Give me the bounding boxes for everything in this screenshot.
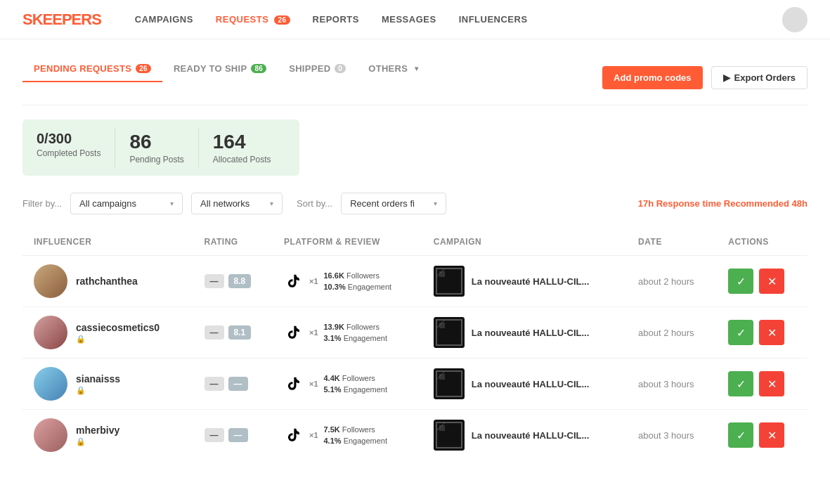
filter-bar: Filter by... All campaigns ▾ All network… <box>22 193 808 214</box>
main-content: PENDING REQUESTS 26 READY TO SHIP 86 SHI… <box>0 39 830 477</box>
tab-others[interactable]: OTHERS ▾ <box>357 56 429 82</box>
influencer-badge: 🔒 <box>76 437 119 446</box>
actions-cell: ✓ ✕ <box>728 371 796 396</box>
add-promo-codes-button[interactable]: Add promo codes <box>602 66 703 89</box>
platform-stats: 16.6K Followers 10.3% Engagement <box>324 270 392 293</box>
approve-button[interactable]: ✓ <box>728 320 753 345</box>
svg-rect-8 <box>434 368 465 399</box>
approve-button[interactable]: ✓ <box>728 269 753 294</box>
reject-button[interactable]: ✕ <box>759 269 784 294</box>
ready-to-ship-badge: 86 <box>251 64 266 73</box>
tiktok-icon <box>284 425 304 445</box>
response-time-info: 17h Response time Recommended 48h <box>638 198 808 209</box>
table-row: mherbivy 🔒 — — ×1 7.5K Followers 4.1% En… <box>22 410 808 461</box>
campaign-thumbnail <box>434 420 465 451</box>
svg-rect-0 <box>434 266 465 297</box>
svg-rect-10 <box>439 374 445 380</box>
table-row: sianaisss 🔒 — — ×1 4.4K Followers 5.1% E… <box>22 358 808 410</box>
influencer-cell: sianaisss 🔒 <box>34 367 182 401</box>
svg-rect-6 <box>439 323 445 328</box>
campaign-filter[interactable]: All campaigns ▾ <box>70 193 183 214</box>
platform-cell: ×1 4.4K Followers 5.1% Engagement <box>284 373 411 396</box>
rating-cell: — 8.1 <box>205 325 261 340</box>
rating-pill-2: — <box>228 428 248 442</box>
platform-cell: ×1 7.5K Followers 4.1% Engagement <box>284 424 411 447</box>
logo-s: S <box>22 11 32 28</box>
reject-button[interactable]: ✕ <box>759 422 784 448</box>
date-text: about 3 hours <box>638 430 694 441</box>
campaign-thumbnail <box>434 266 465 297</box>
tab-actions: Add promo codes ▶ Export Orders <box>602 66 808 89</box>
rating-pill-2: 8.8 <box>228 274 252 288</box>
shipped-badge: 0 <box>335 64 346 73</box>
nav-influencers[interactable]: INFLUENCERS <box>459 14 528 25</box>
campaign-cell: La nouveauté HALLU-CIL... <box>434 266 616 297</box>
quantity-badge: ×1 <box>309 277 318 285</box>
stat-pending: 86 Pending Posts <box>115 128 197 167</box>
tab-shipped[interactable]: SHIPPED 0 <box>278 56 357 82</box>
allocated-value: 164 <box>213 131 271 153</box>
network-filter-arrow: ▾ <box>270 200 273 207</box>
influencer-cell: cassiecosmetics0 🔒 <box>34 316 182 349</box>
avatar <box>34 418 67 452</box>
user-avatar[interactable] <box>782 7 808 32</box>
date-text: about 2 hours <box>638 328 694 338</box>
pending-label: Pending Posts <box>129 155 183 164</box>
table-row: cassiecosmetics0 🔒 — 8.1 ×1 13.9K Follow… <box>22 307 808 358</box>
influencer-cell: mherbivy 🔒 <box>34 418 182 452</box>
campaign-thumbnail <box>434 368 465 399</box>
sort-filter[interactable]: Recent orders fi ▾ <box>341 193 446 214</box>
tab-ready-to-ship[interactable]: READY TO SHIP 86 <box>162 56 278 82</box>
date-text: about 2 hours <box>638 276 694 287</box>
influencer-badge: 🔒 <box>76 335 160 344</box>
nav-campaigns[interactable]: CAMPAIGNS <box>135 14 193 25</box>
export-orders-button[interactable]: ▶ Export Orders <box>711 66 808 89</box>
tab-pending-requests[interactable]: PENDING REQUESTS 26 <box>22 56 162 82</box>
completed-value: 0/300 <box>37 131 100 147</box>
influencer-name: cassiecosmetics0 <box>76 322 160 333</box>
stats-bar: 0/300 Completed Posts 86 Pending Posts 1… <box>22 119 299 176</box>
reject-button[interactable]: ✕ <box>759 320 784 345</box>
pending-requests-badge: 26 <box>136 64 151 73</box>
influencer-badge: 🔒 <box>76 386 120 395</box>
main-nav: CAMPAIGNS REQUESTS 26 REPORTS MESSAGES I… <box>135 14 528 25</box>
campaign-name: La nouveauté HALLU-CIL... <box>472 430 590 441</box>
tabs-bar: PENDING REQUESTS 26 READY TO SHIP 86 SHI… <box>22 56 430 82</box>
sort-by-label: Sort by... <box>297 198 332 209</box>
table-header: INFLUENCER RATING PLATFORM & REVIEW CAMP… <box>22 228 808 256</box>
network-filter[interactable]: All networks ▾ <box>191 193 283 214</box>
pending-value: 86 <box>129 131 183 153</box>
quantity-badge: ×1 <box>309 380 318 388</box>
col-platform: PLATFORM & REVIEW <box>273 228 422 256</box>
influencers-table: INFLUENCER RATING PLATFORM & REVIEW CAMP… <box>22 228 808 460</box>
svg-rect-14 <box>439 425 445 431</box>
campaign-cell: La nouveauté HALLU-CIL... <box>434 317 616 348</box>
nav-requests[interactable]: REQUESTS 26 <box>216 14 290 25</box>
influencer-cell: rathchanthea <box>34 264 182 298</box>
approve-button[interactable]: ✓ <box>728 422 753 448</box>
campaign-filter-arrow: ▾ <box>170 200 174 207</box>
rating-cell: — — <box>205 377 261 391</box>
rating-pill-1: — <box>205 325 224 340</box>
rating-pill-1: — <box>205 428 224 442</box>
nav-reports[interactable]: REPORTS <box>313 14 359 25</box>
campaign-cell: La nouveauté HALLU-CIL... <box>434 368 616 399</box>
svg-rect-4 <box>434 317 465 348</box>
col-campaign: CAMPAIGN <box>422 228 627 256</box>
platform-cell: ×1 16.6K Followers 10.3% Engagement <box>284 270 411 293</box>
rating-cell: — — <box>205 428 261 442</box>
stat-allocated: 164 Allocated Posts <box>198 128 285 167</box>
approve-button[interactable]: ✓ <box>728 371 753 396</box>
stat-completed: 0/300 Completed Posts <box>37 128 115 167</box>
others-arrow-icon: ▾ <box>415 65 418 72</box>
campaign-thumbnail <box>434 317 465 348</box>
allocated-label: Allocated Posts <box>213 155 271 164</box>
avatar <box>34 264 67 298</box>
table-row: rathchanthea — 8.8 ×1 16.6K Followers 10… <box>22 256 808 307</box>
rating-pill-2: 8.1 <box>228 325 252 340</box>
response-time-value: 17h <box>638 198 654 209</box>
nav-messages[interactable]: MESSAGES <box>382 14 436 25</box>
influencer-name: sianaisss <box>76 373 120 385</box>
rating-pill-2: — <box>228 377 248 391</box>
reject-button[interactable]: ✕ <box>759 371 784 396</box>
